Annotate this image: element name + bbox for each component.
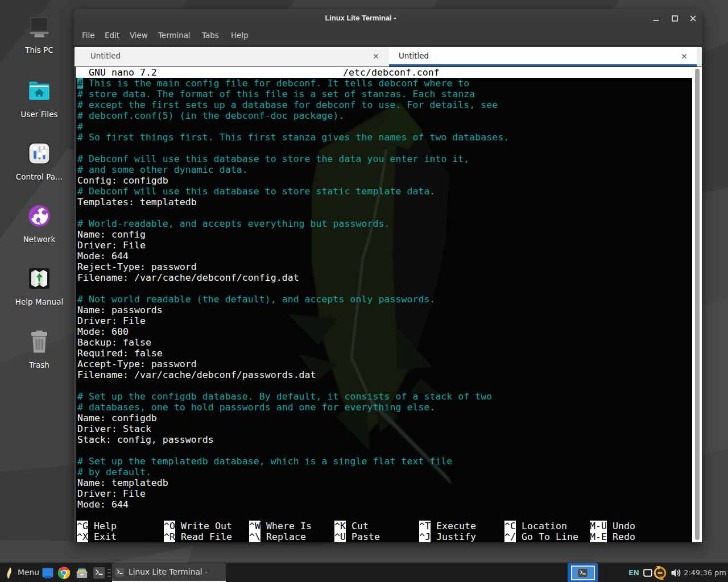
terminal-line: Filename: /var/cache/debconf/config.dat (77, 272, 509, 283)
control-panel-icon (27, 141, 52, 166)
shortcut-label: Location (522, 521, 567, 531)
nano-shortcut[interactable]: ^/ Go To Line (504, 531, 578, 542)
linux-lite-logo-icon (5, 567, 14, 579)
shortcut-label: Where Is (266, 521, 312, 531)
terminal-screen[interactable]: GNU nano 7.2 /etc/debconf.conf # This is… (76, 67, 692, 542)
show-desktop-icon[interactable] (42, 567, 54, 579)
tasklist-handle[interactable] (107, 568, 111, 578)
shortcut-label: Help (94, 521, 117, 531)
tab-close-icon[interactable] (680, 52, 688, 60)
terminal-line-text: Templates: templatedb (77, 197, 197, 207)
shortcut-row: ^G Help^O Write Out^W Where Is^K Cut^T E… (77, 521, 692, 531)
terminal-line: # (77, 121, 509, 132)
menu-item[interactable]: Edit (105, 27, 119, 45)
chrome-icon[interactable] (57, 566, 71, 579)
desktop-icon-trash[interactable]: Trash (12, 329, 67, 369)
terminal-line-text: Mode: 644 (77, 499, 129, 510)
tab-untitled-1[interactable]: Untitled (75, 47, 389, 66)
nano-shortcut[interactable]: ^G Help (77, 521, 117, 531)
clock[interactable]: 2:49:36 pm (684, 563, 726, 582)
desktop-icon-label: Control Pa... (12, 173, 67, 181)
desktop-icon-user-files[interactable]: User Files (12, 78, 67, 119)
terminal-line: # except the first sets up a database fo… (77, 99, 509, 110)
nano-shortcut[interactable]: ^R Read File (164, 531, 232, 542)
close-button[interactable] (689, 14, 697, 23)
taskbar-window-button[interactable]: Linux Lite Terminal - (112, 563, 226, 582)
file-manager-icon[interactable] (76, 567, 88, 579)
terminal-line-text: Mode: 600 (77, 326, 129, 337)
nano-shortcut[interactable]: M-U Undo (590, 521, 635, 531)
terminal-line-text: Stack: config, passwords (77, 434, 214, 445)
terminal-line: # This is the main config file for debco… (77, 78, 509, 89)
nano-shortcut[interactable]: ^W Where Is (249, 521, 312, 531)
desktop-icon-help-manual[interactable]: Help Manual (12, 266, 67, 306)
terminal-line-text: Filename: /var/cache/debconf/passwords.d… (77, 369, 316, 380)
updates-available-icon[interactable] (653, 566, 667, 580)
terminal-line: # World-readable, and accepts everything… (77, 218, 509, 229)
nano-shortcut[interactable]: ^O Write Out (164, 521, 232, 531)
keyboard-layout-indicator[interactable]: EN (628, 563, 639, 582)
workspace-indicator-icon[interactable] (643, 569, 652, 577)
tab-bar: Untitled Untitled (74, 45, 702, 67)
nano-shortcut[interactable]: ^T Execute (419, 521, 476, 531)
nano-shortcut[interactable]: ^J Justify (419, 531, 476, 542)
terminal-line-text: # World-readable, and accepts everything… (77, 218, 390, 229)
terminal-line-text: Backup: false (77, 337, 151, 348)
terminal-line-text: # Not world readable (the default), and … (77, 294, 435, 305)
this-pc-icon (27, 15, 51, 39)
desktop-icon-control-panel[interactable]: Control Pa... (12, 141, 67, 181)
shortcut-key: ^U (334, 531, 346, 542)
shortcut-key: ^/ (504, 531, 516, 542)
desktop-icon-this-pc[interactable]: This PC (12, 15, 67, 55)
scrollbar-thumb[interactable] (695, 69, 700, 540)
terminal-launcher-icon[interactable] (93, 567, 105, 579)
desktop-icon-network[interactable]: Network (12, 203, 67, 244)
maximize-button[interactable] (671, 14, 679, 23)
shortcut-key: ^O (164, 521, 175, 531)
menu-item[interactable]: Tabs (202, 27, 219, 45)
terminal-line: Stack: config, passwords (77, 434, 509, 445)
terminal-line (77, 143, 509, 153)
nano-shortcut[interactable]: ^K Cut (334, 521, 369, 531)
desktop-icon-label: Help Manual (12, 298, 67, 306)
tab-label: Untitled (90, 47, 121, 65)
terminal-line: # by default. (77, 467, 509, 477)
trash-icon (27, 329, 51, 354)
nano-shortcut[interactable]: ^C Location (504, 521, 567, 531)
nano-shortcut[interactable]: ^\ Replace (249, 531, 306, 542)
menu-item[interactable]: Terminal (158, 27, 191, 45)
nano-shortcut[interactable]: ^U Paste (334, 531, 380, 542)
shortcut-key: ^W (249, 521, 260, 531)
nano-shortcut-bar: ^G Help^O Write Out^W Where Is^K Cut^T E… (76, 521, 692, 542)
terminal-line-text: Name: config (77, 229, 146, 240)
terminal-window: Linux Lite Terminal - FileEditViewTermin… (74, 9, 702, 542)
menu-bar: FileEditViewTerminalTabsHelp (74, 27, 702, 45)
terminal-scrollbar[interactable] (692, 67, 702, 542)
menu-item[interactable]: Help (231, 27, 249, 45)
shortcut-key: M-U (590, 521, 607, 531)
nano-shortcut[interactable]: M-E Redo (590, 531, 635, 542)
nano-shortcut[interactable]: ^X Exit (77, 531, 117, 542)
shortcut-key: ^X (77, 531, 88, 542)
shortcut-label: Cut (351, 521, 369, 531)
terminal-line: Name: config (77, 229, 509, 240)
terminal-line: Driver: File (77, 488, 509, 499)
volume-icon[interactable] (671, 568, 682, 578)
terminal-line (77, 207, 509, 218)
tab-untitled-2[interactable]: Untitled (389, 47, 697, 66)
minimize-button[interactable] (652, 14, 660, 23)
tab-close-icon[interactable] (372, 52, 380, 60)
menu-item[interactable]: View (130, 27, 148, 45)
window-title: Linux Lite Terminal - (325, 9, 396, 27)
desktop-icon-label: This PC (12, 46, 67, 55)
terminal-line-text: # Debconf will use this database to stor… (77, 186, 435, 197)
desktop-icon-label: Network (12, 235, 67, 244)
terminal-line: # and some other dynamic data. (77, 164, 509, 175)
terminal-line: Backup: false (77, 337, 509, 348)
terminal-line-text: # store data. The format of this file is… (77, 89, 475, 99)
tray-terminal-indicator[interactable] (568, 563, 598, 582)
menu-item[interactable]: File (82, 27, 94, 45)
window-titlebar[interactable]: Linux Lite Terminal - (74, 9, 702, 27)
terminal-line-text: Required: false (77, 348, 163, 359)
menu-button[interactable]: Menu (0, 563, 40, 582)
